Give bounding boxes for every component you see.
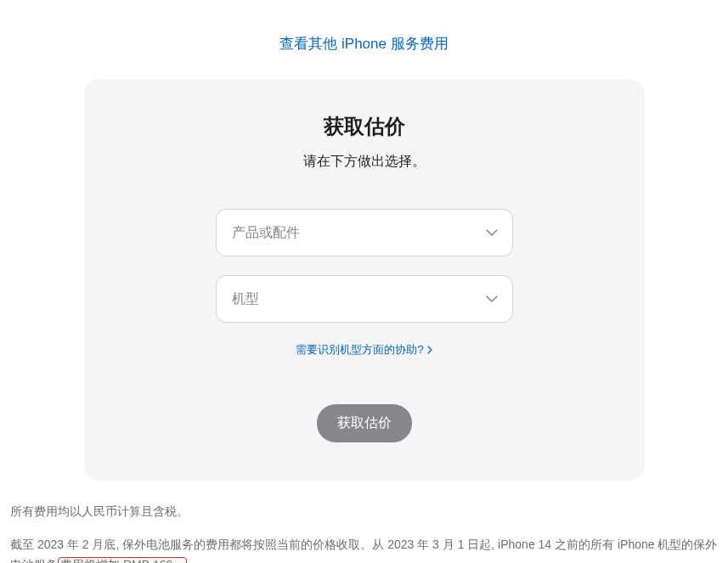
product-select[interactable]: 产品或配件 — [216, 209, 513, 256]
model-select-placeholder: 机型 — [232, 290, 259, 308]
footer-price-note: 截至 2023 年 2 月底, 保外电池服务的费用都将按照当前的价格收取。从 2… — [10, 535, 718, 563]
get-estimate-button[interactable]: 获取估价 — [317, 404, 412, 442]
other-services-link[interactable]: 查看其他 iPhone 服务费用 — [279, 36, 448, 52]
help-link-section: 需要识别机型方面的协助? — [118, 341, 611, 358]
card-subtitle: 请在下方做出选择。 — [118, 153, 611, 171]
estimate-card: 获取估价 请在下方做出选择。 产品或配件 机型 需要识别机型方面的协助? — [84, 79, 645, 481]
product-select-placeholder: 产品或配件 — [232, 224, 300, 242]
help-link-text: 需要识别机型方面的协助? — [296, 342, 423, 358]
price-increase-highlight: 费用将增加 RMB 169。 — [58, 557, 187, 563]
footer-tax-note: 所有费用均以人民币计算且含税。 — [10, 504, 718, 520]
model-select[interactable]: 机型 — [216, 275, 513, 323]
page-container: 查看其他 iPhone 服务费用 获取估价 请在下方做出选择。 产品或配件 机型… — [0, 0, 728, 563]
top-link-section: 查看其他 iPhone 服务费用 — [8, 0, 720, 79]
model-select-wrapper: 机型 — [216, 275, 513, 323]
card-title: 获取估价 — [118, 113, 611, 140]
footer-section: 所有费用均以人民币计算且含税。 截至 2023 年 2 月底, 保外电池服务的费… — [8, 504, 720, 563]
chevron-right-icon — [427, 344, 432, 357]
product-select-wrapper: 产品或配件 — [216, 209, 513, 256]
identify-model-link[interactable]: 需要识别机型方面的协助? — [296, 342, 432, 358]
